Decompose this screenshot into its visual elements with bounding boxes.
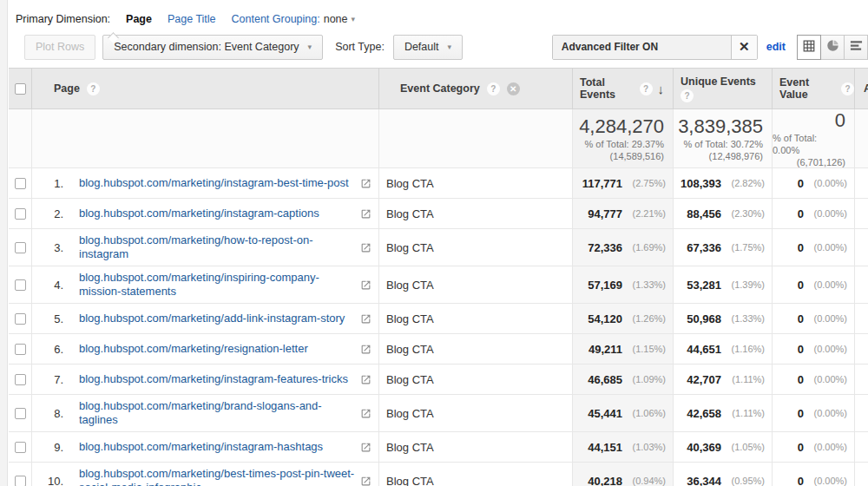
table-row: 1. blog.hubspot.com/marketing/instagram-…	[9, 168, 868, 199]
unique-events-value: 42,658	[687, 407, 721, 420]
partial-cell	[855, 199, 868, 229]
close-icon[interactable]: ✕	[731, 36, 757, 59]
event-value-cell: 0 (0.00%)	[773, 199, 855, 229]
percentage-view-button[interactable]	[820, 35, 845, 60]
total-events-pct: (2.75%)	[628, 178, 666, 188]
row-checkbox[interactable]	[15, 408, 26, 419]
page-url-link[interactable]: blog.hubspot.com/marketing/instagram-cap…	[79, 207, 319, 220]
primary-dimension-bar: Primary Dimension: Page Page Title Conte…	[9, 0, 868, 25]
table-toolbar: Plot Rows Secondary dimension: Event Cat…	[9, 34, 868, 60]
open-in-new-icon[interactable]	[355, 476, 372, 486]
plot-rows-button[interactable]: Plot Rows	[24, 35, 95, 60]
open-in-new-icon[interactable]	[355, 178, 372, 189]
total-events-pct: (1.06%)	[628, 408, 666, 418]
row-checkbox[interactable]	[15, 374, 26, 385]
column-header-partial[interactable]: A	[855, 69, 868, 109]
open-in-new-icon[interactable]	[355, 242, 372, 253]
page-url-link[interactable]: blog.hubspot.com/marketing/add-link-inst…	[79, 312, 345, 325]
primary-dimension-page-title-tab[interactable]: Page Title	[168, 13, 216, 25]
row-checkbox[interactable]	[15, 442, 26, 453]
open-in-new-icon[interactable]	[355, 408, 372, 419]
page-url-link[interactable]: blog.hubspot.com/marketing/best-times-po…	[79, 467, 355, 486]
open-in-new-icon[interactable]	[355, 374, 372, 385]
totals-unique-events: 3,839,385 % of Total: 30.72% (12,498,976…	[674, 109, 773, 168]
unique-events-pct: (1.75%)	[727, 242, 765, 253]
page-cell: 8. blog.hubspot.com/marketing/brand-slog…	[32, 395, 379, 432]
table-view-button[interactable]	[797, 35, 821, 60]
total-events-pct: (0.94%)	[628, 476, 666, 486]
select-all-checkbox[interactable]	[15, 83, 26, 95]
row-checkbox-cell	[9, 395, 32, 432]
primary-dimension-page-tab[interactable]: Page	[126, 13, 152, 25]
advanced-filter-status: Advanced Filter ON	[553, 36, 731, 59]
row-checkbox[interactable]	[15, 242, 26, 253]
event-value-cell: 0 (0.00%)	[773, 364, 855, 395]
unique-events-cell: 40,369 (1.05%)	[674, 432, 773, 463]
column-header-total-events[interactable]: Total Events ? ↓	[573, 69, 674, 109]
open-in-new-icon[interactable]	[355, 442, 372, 453]
partial-cell	[855, 168, 868, 199]
unique-events-value: 53,281	[687, 279, 721, 292]
page-url-link[interactable]: blog.hubspot.com/marketing/instagram-has…	[79, 440, 323, 454]
row-checkbox[interactable]	[15, 476, 26, 486]
help-icon[interactable]: ?	[841, 82, 854, 95]
partial-cell	[855, 334, 868, 364]
sort-type-dropdown[interactable]: Default ▾	[393, 35, 463, 60]
secondary-dimension-dropdown[interactable]: Secondary dimension: Event Category ▾	[102, 35, 323, 60]
unique-events-value: 88,456	[687, 207, 721, 220]
event-value-pct: (0.00%)	[809, 178, 847, 188]
event-category-cell: Blog CTA	[379, 395, 573, 432]
column-header-event-value[interactable]: Event Value ?	[773, 69, 855, 109]
open-in-new-icon[interactable]	[355, 313, 372, 325]
content-grouping-link[interactable]: Content Grouping:	[232, 13, 320, 25]
help-icon[interactable]: ?	[487, 82, 500, 95]
row-number: 6.	[32, 343, 63, 356]
open-in-new-icon[interactable]	[355, 279, 372, 291]
open-in-new-icon[interactable]	[355, 208, 372, 220]
row-checkbox[interactable]	[15, 208, 26, 220]
performance-view-button[interactable]	[844, 35, 868, 60]
row-number: 1.	[32, 177, 63, 190]
page-url-link[interactable]: blog.hubspot.com/marketing/inspiring-com…	[79, 271, 355, 299]
open-in-new-icon[interactable]	[355, 344, 372, 355]
totals-event-value-pct: % of Total: 0.00%	[773, 132, 845, 156]
help-icon[interactable]: ?	[87, 82, 100, 95]
table-row: 3. blog.hubspot.com/marketing/how-to-rep…	[9, 229, 868, 266]
column-header-page[interactable]: Page ?	[32, 69, 379, 109]
help-icon[interactable]: ?	[681, 89, 694, 102]
content-grouping-control[interactable]: Content Grouping: none ▾	[232, 13, 356, 25]
total-events-cell: 40,218 (0.94%)	[573, 463, 674, 486]
page-url-link[interactable]: blog.hubspot.com/marketing/resignation-l…	[79, 342, 308, 356]
event-value-value: 0	[798, 241, 804, 254]
totals-unique-events-abs: (12,498,976)	[709, 150, 763, 162]
partial-cell	[855, 432, 868, 463]
partial-cell	[855, 364, 868, 395]
row-checkbox[interactable]	[15, 178, 26, 189]
select-all-cell	[9, 69, 32, 109]
edit-filter-link[interactable]: edit	[766, 41, 786, 53]
event-value-value: 0	[798, 207, 804, 220]
content-grouping-value: none	[324, 13, 348, 25]
table-header-row: Page ? Event Category ? ✕ Total Events ?…	[9, 69, 868, 109]
row-checkbox-cell	[9, 229, 32, 266]
help-icon[interactable]: ?	[640, 82, 653, 95]
page-url-link[interactable]: blog.hubspot.com/marketing/instagram-bes…	[79, 176, 349, 190]
row-checkbox[interactable]	[15, 279, 26, 291]
total-events-value: 46,685	[588, 373, 622, 386]
totals-category-cell	[379, 109, 573, 168]
page-url-link[interactable]: blog.hubspot.com/marketing/brand-slogans…	[79, 399, 355, 427]
row-checkbox[interactable]	[15, 313, 26, 325]
total-events-value: 117,771	[582, 177, 622, 190]
totals-checkbox-cell	[9, 109, 32, 168]
remove-secondary-dimension-icon[interactable]: ✕	[507, 82, 520, 95]
row-checkbox[interactable]	[15, 344, 26, 355]
page-url-link[interactable]: blog.hubspot.com/marketing/how-to-repost…	[79, 233, 355, 261]
page-cell: 1. blog.hubspot.com/marketing/instagram-…	[32, 168, 379, 199]
page-url-link[interactable]: blog.hubspot.com/marketing/instagram-fea…	[79, 372, 348, 386]
column-header-unique-events[interactable]: Unique Events ?	[674, 69, 773, 109]
column-header-event-category[interactable]: Event Category ? ✕	[379, 69, 573, 109]
chevron-down-icon: ▾	[447, 43, 451, 51]
total-events-value: 94,777	[588, 207, 622, 220]
sort-descending-icon[interactable]: ↓	[658, 82, 674, 96]
data-table: Page ? Event Category ? ✕ Total Events ?…	[9, 68, 868, 486]
